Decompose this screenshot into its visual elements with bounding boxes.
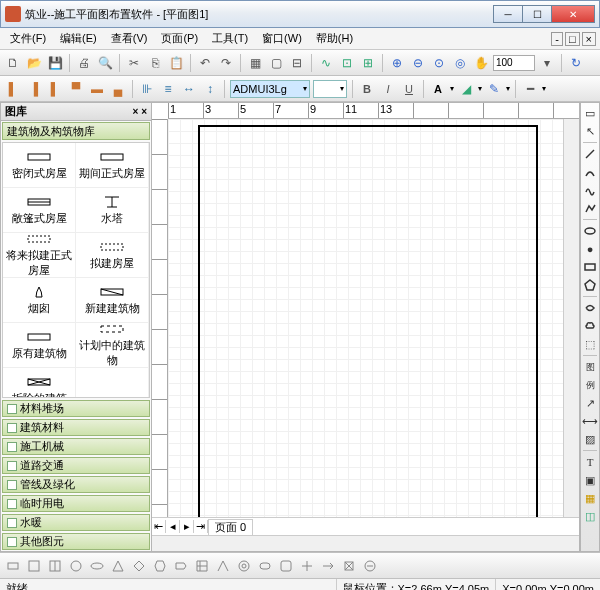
menu-view[interactable]: 查看(V): [105, 29, 154, 48]
zoom-out-icon[interactable]: ⊖: [409, 54, 427, 72]
scale-tool-icon[interactable]: 例: [582, 377, 598, 393]
same-w-icon[interactable]: ↔: [180, 80, 198, 98]
refresh-icon[interactable]: ↻: [567, 54, 585, 72]
zoom-page-icon[interactable]: ◎: [451, 54, 469, 72]
lib-category[interactable]: 施工机械: [2, 438, 150, 455]
polyline-tool-icon[interactable]: [582, 200, 598, 216]
region-tool-icon[interactable]: ⬚: [582, 336, 598, 352]
lib-category[interactable]: 建筑材料: [2, 419, 150, 436]
zoom-dropdown-icon[interactable]: ▾: [538, 54, 556, 72]
fontsize-combo[interactable]: ▾: [313, 80, 347, 98]
polygon-tool-icon[interactable]: [582, 277, 598, 293]
open-icon[interactable]: 📂: [25, 54, 43, 72]
copy-icon[interactable]: ⎘: [146, 54, 164, 72]
shape-icon[interactable]: [46, 557, 64, 575]
shape-icon[interactable]: [172, 557, 190, 575]
grid-icon[interactable]: ▦: [246, 54, 264, 72]
shape-icon[interactable]: [109, 557, 127, 575]
align-top-icon[interactable]: ▀: [67, 80, 85, 98]
lib-category[interactable]: 水暖: [2, 514, 150, 531]
closed-curve-icon[interactable]: [582, 300, 598, 316]
shape-icon[interactable]: [151, 557, 169, 575]
ungroup-icon[interactable]: ⊞: [359, 54, 377, 72]
cut-icon[interactable]: ✂: [125, 54, 143, 72]
lib-item[interactable]: 原有建筑物: [3, 323, 76, 368]
shape-icon[interactable]: [67, 557, 85, 575]
zoom-input[interactable]: [493, 55, 535, 71]
image-tool-icon[interactable]: ▣: [582, 472, 598, 488]
lib-category[interactable]: 道路交通: [2, 457, 150, 474]
font-color-icon[interactable]: A: [429, 80, 447, 98]
tab-last-icon[interactable]: ⇥: [194, 520, 208, 533]
font-combo[interactable]: ADMUI3Lg▾: [230, 80, 310, 98]
cloud-tool-icon[interactable]: [582, 318, 598, 334]
legend-tool-icon[interactable]: 图: [582, 359, 598, 375]
lib-item[interactable]: 拟建房屋: [76, 233, 149, 278]
shape-icon[interactable]: [130, 557, 148, 575]
zoom-in-icon[interactable]: ⊕: [388, 54, 406, 72]
line-tool-icon[interactable]: [582, 146, 598, 162]
shape-icon[interactable]: [4, 557, 22, 575]
italic-icon[interactable]: I: [379, 80, 397, 98]
undo-icon[interactable]: ↶: [196, 54, 214, 72]
ruler-icon[interactable]: ⊟: [288, 54, 306, 72]
group-icon[interactable]: ⊡: [338, 54, 356, 72]
shape-icon[interactable]: [319, 557, 337, 575]
close-button[interactable]: ✕: [551, 5, 595, 23]
lib-item[interactable]: 期间正式房屋: [76, 143, 149, 188]
shape-icon[interactable]: [88, 557, 106, 575]
arrow-tool-icon[interactable]: ↗: [582, 395, 598, 411]
shape-icon[interactable]: [25, 557, 43, 575]
maximize-button[interactable]: ☐: [522, 5, 552, 23]
curve-icon[interactable]: ∿: [317, 54, 335, 72]
align-left-icon[interactable]: ▌: [4, 80, 22, 98]
shape-icon[interactable]: [361, 557, 379, 575]
lib-item[interactable]: 水塔: [76, 188, 149, 233]
tab-first-icon[interactable]: ⇤: [152, 520, 166, 533]
lib-item[interactable]: 将来拟建正式房屋: [3, 233, 76, 278]
lib-item[interactable]: 拆除的建筑: [3, 368, 76, 398]
dist-v-icon[interactable]: ≡: [159, 80, 177, 98]
mdi-min[interactable]: -: [551, 32, 563, 46]
lib-item[interactable]: 密闭式房屋: [3, 143, 76, 188]
drawing-canvas[interactable]: [168, 119, 563, 517]
vertical-scrollbar[interactable]: [563, 119, 579, 517]
shape-icon[interactable]: [235, 557, 253, 575]
dist-h-icon[interactable]: ⊪: [138, 80, 156, 98]
print-icon[interactable]: 🖨: [75, 54, 93, 72]
text-tool-icon[interactable]: T: [582, 454, 598, 470]
menu-edit[interactable]: 编辑(E): [54, 29, 103, 48]
spline-tool-icon[interactable]: [582, 182, 598, 198]
line-style-icon[interactable]: ━: [521, 80, 539, 98]
zoom-fit-icon[interactable]: ⊙: [430, 54, 448, 72]
lib-item[interactable]: 计划中的建筑物: [76, 323, 149, 368]
horizontal-scrollbar[interactable]: [152, 535, 579, 551]
library-category-active[interactable]: 建筑物及构筑物库: [2, 122, 150, 140]
menu-file[interactable]: 文件(F): [4, 29, 52, 48]
shape-icon[interactable]: [277, 557, 295, 575]
page-tab[interactable]: 页面 0: [208, 519, 253, 535]
menu-page[interactable]: 页面(P): [155, 29, 204, 48]
align-bottom-icon[interactable]: ▄: [109, 80, 127, 98]
rect-tool-icon[interactable]: [582, 259, 598, 275]
pointer-tool-icon[interactable]: ↖: [582, 123, 598, 139]
lib-category[interactable]: 临时用电: [2, 495, 150, 512]
menu-help[interactable]: 帮助(H): [310, 29, 359, 48]
arc-tool-icon[interactable]: [582, 164, 598, 180]
fill-color-icon[interactable]: ◢: [457, 80, 475, 98]
block-tool-icon[interactable]: ◫: [582, 508, 598, 524]
shape-icon[interactable]: [214, 557, 232, 575]
panel-close-icon[interactable]: × ×: [133, 106, 147, 117]
lib-item[interactable]: 敞篷式房屋: [3, 188, 76, 233]
minimize-button[interactable]: ─: [493, 5, 523, 23]
shape-icon[interactable]: [340, 557, 358, 575]
shape-icon[interactable]: [298, 557, 316, 575]
new-icon[interactable]: 🗋: [4, 54, 22, 72]
ellipse-tool-icon[interactable]: [582, 223, 598, 239]
paste-icon[interactable]: 📋: [167, 54, 185, 72]
redo-icon[interactable]: ↷: [217, 54, 235, 72]
align-vcenter-icon[interactable]: ▬: [88, 80, 106, 98]
bold-icon[interactable]: B: [358, 80, 376, 98]
line-color-icon[interactable]: ✎: [485, 80, 503, 98]
preview-icon[interactable]: 🔍: [96, 54, 114, 72]
